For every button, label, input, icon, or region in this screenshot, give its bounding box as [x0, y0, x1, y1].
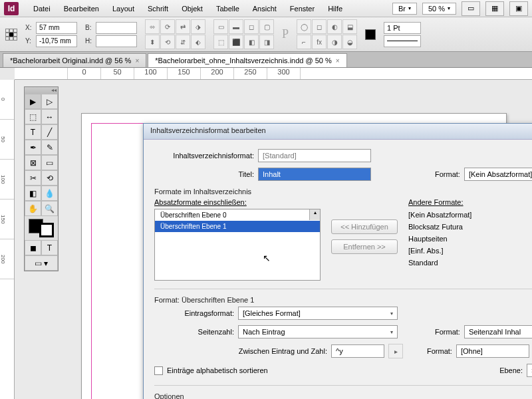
fill-prop-icon[interactable]: ⬛ — [229, 35, 243, 49]
fit-prop-icon[interactable]: ⬚ — [213, 35, 228, 49]
blend-icon[interactable]: ◒ — [342, 35, 357, 49]
hand-tool[interactable]: ✋ — [25, 201, 41, 216]
special-char-icon[interactable]: ▸ — [388, 344, 403, 358]
scale-x-icon[interactable]: ⬄ — [145, 19, 160, 34]
page-num-combo[interactable]: Nach Eintrag▾ — [238, 325, 398, 338]
remove-button[interactable]: Entfernen >> — [331, 239, 398, 254]
add-button[interactable]: << Hinzufügen — [331, 219, 398, 234]
height-label: H: — [85, 37, 93, 45]
opacity-icon[interactable]: ◑ — [327, 35, 342, 49]
scissors-tool[interactable]: ✂ — [25, 170, 41, 186]
x-input[interactable] — [36, 22, 77, 34]
list-item[interactable]: Standard — [408, 257, 471, 269]
document-tabs: *Bachelorarbeit Original.indd @ 56 %× *B… — [0, 52, 532, 68]
width-input[interactable] — [96, 22, 137, 34]
between-input[interactable] — [331, 344, 384, 358]
fill-swatch[interactable] — [365, 29, 376, 40]
shear-v-icon[interactable]: ⬖ — [191, 35, 205, 49]
apply-none-icon[interactable]: T — [41, 240, 58, 255]
menu-fenster[interactable]: Fenster — [283, 2, 321, 15]
fill-stroke-swatch[interactable] — [25, 216, 58, 240]
other-formats-list[interactable]: [Kein Absatzformat] Blocksatz Futura Hau… — [408, 209, 471, 269]
between-format-combo[interactable]: [Ohne] — [456, 344, 529, 358]
bridge-button[interactable]: Br▾ — [392, 3, 417, 15]
auto-fit-icon[interactable]: ◧ — [244, 35, 259, 49]
include-formats-list[interactable]: Überschriften Ebene 0 Überschriften Eben… — [154, 209, 321, 281]
menu-objekt[interactable]: Objekt — [175, 2, 209, 15]
title-input[interactable] — [258, 168, 371, 181]
paragraph-style-icon[interactable]: P — [282, 27, 289, 41]
close-icon[interactable]: × — [336, 57, 340, 65]
height-input[interactable] — [96, 35, 137, 47]
pen-tool[interactable]: ✒ — [25, 140, 41, 155]
ruler-horizontal[interactable]: 0 50 100 150 200 250 300 — [15, 68, 532, 80]
apply-color-icon[interactable]: ◼ — [25, 240, 41, 255]
zoom-level[interactable]: 50 %▾ — [422, 3, 456, 15]
direct-selection-tool[interactable]: ▷ — [41, 94, 58, 109]
title-format-combo[interactable]: [Kein Absatzformat] — [464, 168, 532, 181]
menu-hilfe[interactable]: Hilfe — [321, 2, 349, 15]
clear-icon[interactable]: ◨ — [259, 35, 274, 49]
flip-h-icon[interactable]: ⇄ — [176, 19, 190, 34]
wrap-jump-icon[interactable]: ⬓ — [342, 19, 357, 34]
close-icon[interactable]: × — [135, 57, 139, 65]
stroke-weight[interactable]: 1 Pt — [384, 22, 421, 34]
page-format-combo[interactable]: Seitenzahl Inhal — [464, 325, 532, 338]
list-item[interactable]: [Kein Absatzformat] — [408, 209, 471, 221]
content-icon[interactable]: ▢ — [259, 19, 274, 34]
level-stepper[interactable]: ‡2▾ — [527, 364, 532, 377]
eyedropper-tool[interactable]: 💧 — [41, 186, 58, 201]
transform-tool[interactable]: ⟲ — [41, 170, 58, 186]
document-tab[interactable]: *Bachelorarbeit_ohne_Inhaltsverzeichnis.… — [148, 53, 346, 67]
menu-datei[interactable]: Datei — [27, 2, 57, 15]
reference-point-icon[interactable] — [5, 29, 17, 41]
effects-icon[interactable]: fx — [312, 35, 327, 49]
menu-schrift[interactable]: Schrift — [141, 2, 175, 15]
gap-tool[interactable]: ↔ — [41, 109, 58, 124]
entry-format-combo[interactable]: [Gleiches Format]▾ — [238, 307, 398, 320]
menu-ansicht[interactable]: Ansicht — [246, 2, 283, 15]
fill-icon[interactable]: ▬ — [229, 19, 243, 34]
corner-icon[interactable]: ⌐ — [297, 35, 311, 49]
list-item[interactable]: Blocksatz Futura — [408, 221, 471, 233]
view-mode-icon[interactable]: ▭ — [462, 1, 480, 16]
stroke-style[interactable] — [384, 35, 421, 47]
selection-tool[interactable]: ▶ — [25, 94, 41, 109]
wrap-none-icon[interactable]: ◯ — [297, 19, 311, 34]
arrange-icon[interactable]: ▦ — [485, 1, 504, 16]
line-tool[interactable]: ╱ — [41, 124, 58, 140]
rectangle-frame-tool[interactable]: ⊠ — [25, 155, 41, 170]
rectangle-tool[interactable]: ▭ — [41, 155, 58, 170]
y-input[interactable] — [36, 35, 77, 47]
menu-layout[interactable]: Layout — [106, 2, 141, 15]
view-mode-toggle[interactable]: ▭ ▾ — [25, 255, 58, 271]
sort-checkbox[interactable] — [154, 366, 163, 375]
document-tab[interactable]: *Bachelorarbeit Original.indd @ 56 %× — [3, 53, 146, 67]
fit-icon[interactable]: ▭ — [213, 19, 228, 34]
rotate-ccw-icon[interactable]: ⟲ — [160, 35, 175, 49]
scroll-up-icon[interactable]: ▴ — [309, 209, 320, 220]
rotate-icon[interactable]: ⟳ — [160, 19, 175, 34]
ruler-vertical[interactable]: 0 50 100 150 200 — [0, 80, 15, 399]
flip-v-icon[interactable]: ⇵ — [176, 35, 190, 49]
list-item[interactable]: Hauptseiten — [408, 233, 471, 245]
type-tool[interactable]: T — [25, 124, 41, 140]
center-icon[interactable]: ◻ — [244, 19, 259, 34]
zoom-tool[interactable]: 🔍 — [41, 201, 58, 216]
list-item[interactable]: Überschriften Ebene 1 — [155, 221, 320, 232]
menu-bearbeiten[interactable]: Bearbeiten — [57, 2, 106, 15]
menu-tabelle[interactable]: Tabelle — [209, 2, 246, 15]
scale-y-icon[interactable]: ⬍ — [145, 35, 160, 49]
panel-collapse-icon[interactable]: ◂◂ — [25, 87, 58, 94]
pencil-tool[interactable]: ✎ — [41, 140, 58, 155]
list-item[interactable]: [Einf. Abs.] — [408, 245, 471, 257]
page-tool[interactable]: ⬚ — [25, 109, 41, 124]
shear-icon[interactable]: ⬗ — [191, 19, 205, 34]
gradient-tool[interactable]: ◧ — [25, 186, 41, 201]
wrap-box-icon[interactable]: ◻ — [312, 19, 327, 34]
screen-mode-icon[interactable]: ▣ — [509, 1, 528, 16]
toc-format-input[interactable] — [258, 149, 371, 162]
list-item[interactable]: Überschriften Ebene 0 — [155, 209, 320, 221]
wrap-shape-icon[interactable]: ◐ — [327, 19, 342, 34]
entry-format-label: Eintragsformat: — [154, 309, 234, 317]
